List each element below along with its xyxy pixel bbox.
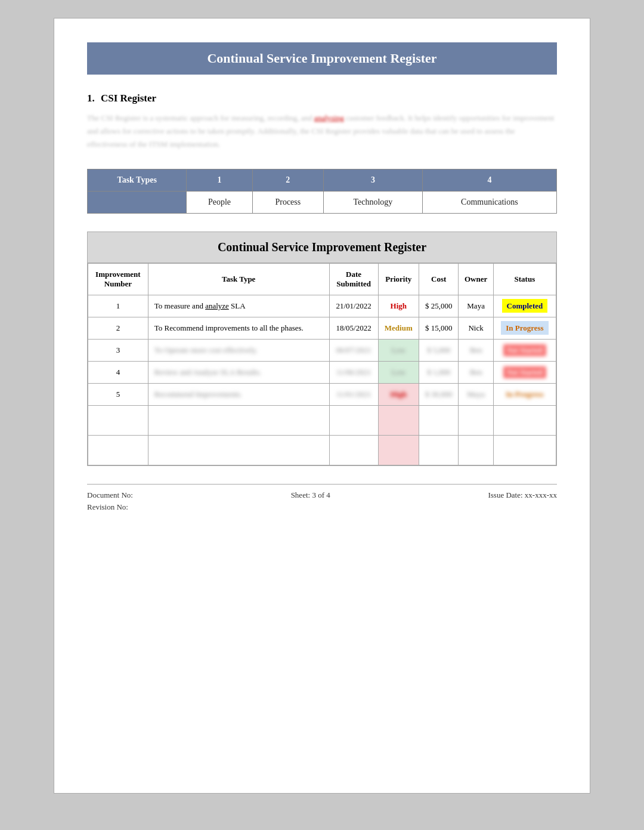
row1-priority: High [378, 295, 419, 317]
row7-task [148, 436, 329, 465]
row7-owner [459, 436, 493, 465]
row5-task-type: Recommend Improvements. [148, 384, 329, 406]
row6-priority [378, 406, 419, 436]
row2-owner: Nick [459, 317, 493, 340]
task-col-4: 4 [422, 169, 556, 192]
row3-num: 3 [88, 340, 148, 362]
csi-table-title: Continual Service Improvement Register [88, 232, 556, 263]
footer-center: Sheet: 3 of 4 [291, 490, 330, 512]
csi-register-outer: Continual Service Improvement Register I… [87, 232, 557, 466]
row4-cost: $ 1,000 [419, 362, 459, 384]
row1-cost: $ 25,000 [419, 295, 459, 317]
footer-right: Issue Date: xx-xxx-xx [488, 490, 557, 512]
row3-priority: Low [378, 340, 419, 362]
footer: Document No: Revision No: Sheet: 3 of 4 … [87, 484, 557, 512]
page: Continual Service Improvement Register 1… [54, 18, 590, 794]
row5-status: In Progress [493, 384, 556, 406]
table-row-empty [88, 406, 556, 436]
task-type-label-cell [88, 192, 187, 214]
row3-cost: $ 5,000 [419, 340, 459, 362]
row6-num [88, 406, 148, 436]
table-row: 2 To Recommend improvements to all the p… [88, 317, 556, 340]
row7-cost [419, 436, 459, 465]
row1-task-type: To measure and analyze SLA [148, 295, 329, 317]
row5-num: 5 [88, 384, 148, 406]
sheet-info: Sheet: 3 of 4 [291, 490, 330, 499]
col-priority: Priority [378, 264, 419, 295]
row6-task [148, 406, 329, 436]
col-cost: Cost [419, 264, 459, 295]
col-improvement-number: ImprovementNumber [88, 264, 148, 295]
row3-status: Not Started [493, 340, 556, 362]
csi-register-table: ImprovementNumber Task Type DateSubmitte… [88, 263, 556, 465]
row1-status: Completed [493, 295, 556, 317]
row4-date: 11/06/2021 [329, 362, 378, 384]
row4-num: 4 [88, 362, 148, 384]
row5-owner: Maya [459, 384, 493, 406]
table-row: 4 Review and Analyze SLA Results. 11/06/… [88, 362, 556, 384]
rev-no-label: Revision No: [87, 502, 133, 512]
row5-priority: High [378, 384, 419, 406]
task-type-value-4: Communications [422, 192, 556, 214]
row2-cost: $ 15,000 [419, 317, 459, 340]
task-type-value-2: Process [252, 192, 323, 214]
task-col-1: 1 [187, 169, 252, 192]
row7-status [493, 436, 556, 465]
row5-date: 11/01/2021 [329, 384, 378, 406]
task-col-3: 3 [324, 169, 423, 192]
section-heading: CSI Register [101, 92, 156, 104]
table-row: 1 To measure and analyze SLA 21/01/2022 … [88, 295, 556, 317]
row4-priority: Low [378, 362, 419, 384]
row6-status [493, 406, 556, 436]
task-types-table: Task Types 1 2 3 4 People Process Techno… [87, 169, 557, 214]
task-type-value-1: People [187, 192, 252, 214]
row4-status: Not Started [493, 362, 556, 384]
issue-date: Issue Date: xx-xxx-xx [488, 490, 557, 500]
row3-date: 06/07/2021 [329, 340, 378, 362]
page-header: Continual Service Improvement Register [87, 42, 557, 75]
footer-left: Document No: Revision No: [87, 490, 133, 512]
row2-task-type: To Recommend improvements to all the pha… [148, 317, 329, 340]
row3-owner: Ben [459, 340, 493, 362]
row6-owner [459, 406, 493, 436]
table-row: 5 Recommend Improvements. 11/01/2021 Hig… [88, 384, 556, 406]
section-number: 1. [87, 92, 95, 104]
row3-task-type: To Operate more cost effectively. [148, 340, 329, 362]
table-row-empty [88, 436, 556, 465]
row7-priority [378, 436, 419, 465]
col-task-type: Task Type [148, 264, 329, 295]
task-type-value-3: Technology [324, 192, 423, 214]
row4-owner: Ben [459, 362, 493, 384]
row2-status: In Progress [493, 317, 556, 340]
row1-num: 1 [88, 295, 148, 317]
col-status: Status [493, 264, 556, 295]
section-body: The CSI Register is a systematic approac… [87, 112, 557, 151]
section-title: 1. CSI Register [87, 92, 557, 104]
table-row: 3 To Operate more cost effectively. 06/0… [88, 340, 556, 362]
row2-priority: Medium [378, 317, 419, 340]
row1-owner: Maya [459, 295, 493, 317]
page-title: Continual Service Improvement Register [207, 51, 436, 66]
row7-num [88, 436, 148, 465]
row2-num: 2 [88, 317, 148, 340]
task-types-col-header: Task Types [88, 169, 187, 192]
col-owner: Owner [459, 264, 493, 295]
row6-cost [419, 406, 459, 436]
row1-date: 21/01/2022 [329, 295, 378, 317]
row5-cost: $ 30,000 [419, 384, 459, 406]
task-col-2: 2 [252, 169, 323, 192]
row2-date: 18/05/2022 [329, 317, 378, 340]
doc-no-label: Document No: [87, 490, 133, 500]
row7-date [329, 436, 378, 465]
row6-date [329, 406, 378, 436]
row4-task-type: Review and Analyze SLA Results. [148, 362, 329, 384]
col-date-submitted: DateSubmitted [329, 264, 378, 295]
